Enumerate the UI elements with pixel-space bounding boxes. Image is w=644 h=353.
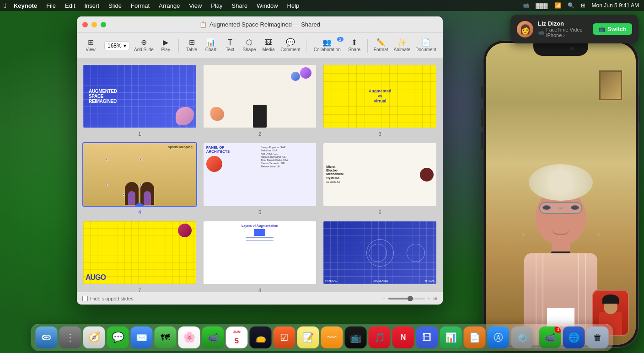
menubar-help[interactable]: Help [284, 1, 303, 10]
slide-1-wrapper[interactable]: AUGMENTEDSPACEREIMAGINED 1 [82, 64, 197, 137]
toolbar-play-button[interactable]: ▶ Play [156, 37, 175, 54]
dock-news[interactable]: N [392, 326, 414, 348]
slide-4-wrapper[interactable]: Spatial Mapping 4 [82, 142, 197, 215]
dock-calendar[interactable]: JUN 5 [226, 326, 248, 348]
menubar-battery-icon[interactable]: ▓▓▓ [534, 2, 549, 9]
dock-finder[interactable] [36, 326, 58, 348]
dock-facetime-active[interactable]: 1 📹 [539, 326, 561, 348]
zoom-in-icon[interactable]: + [428, 296, 430, 301]
toolbar-view-button[interactable]: ⊞ View [81, 37, 100, 54]
toolbar-comment-button[interactable]: 💬 Comment [279, 37, 302, 54]
dock-numbers[interactable]: 📊 [440, 326, 462, 348]
zoom-slider-thumb[interactable] [408, 296, 413, 301]
slide-5-name-6: Yvonne Yamasaki JPN [261, 162, 314, 165]
dock-launchpad[interactable]: ⋮ [59, 326, 81, 348]
slide-6-thumbnail[interactable]: Micro-Electro-MechanicalSystems(or M.E.M… [322, 142, 437, 207]
slide-5-wrapper[interactable]: PANEL OFARCHITECTS Jocelyn Engstrom SWE … [203, 142, 317, 215]
menubar-play[interactable]: Play [207, 1, 226, 10]
dock: ⋮ 🧭 💬 ✉️ 🗺 🌸 📹 JUN 5 👝 ☑ 📝 〰 📺 [31, 324, 613, 351]
dock-wallet[interactable]: 👝 [250, 326, 272, 348]
slide-4-thumbnail[interactable]: Spatial Mapping [82, 142, 197, 207]
window-minimize-button[interactable] [91, 22, 97, 27]
slide-2-thumbnail[interactable] [203, 64, 317, 128]
slide-9-thumbnail[interactable]: PHYSICAL AUGMENTED VIRTUAL [322, 220, 437, 285]
slide-6-wrapper[interactable]: Micro-Electro-MechanicalSystems(or M.E.M… [322, 142, 437, 215]
menubar-format[interactable]: Format [127, 1, 153, 10]
menubar-insert[interactable]: Insert [81, 1, 103, 10]
dock-music[interactable]: 🎵 [369, 326, 391, 348]
dock-safari[interactable]: 🧭 [83, 326, 105, 348]
dock-appstore[interactable]: Ⓐ [488, 326, 510, 348]
menubar-window[interactable]: Window [253, 1, 281, 10]
hide-skipped-checkbox[interactable] [82, 296, 88, 301]
apple-menu[interactable]:  [4, 1, 6, 10]
slide-7-wrapper[interactable]: AUGO 7 [82, 220, 197, 292]
slide-2-blob3 [210, 107, 224, 121]
slide-9-wrapper[interactable]: PHYSICAL AUGMENTED VIRTUAL [322, 220, 437, 292]
menubar-edit[interactable]: Edit [61, 1, 79, 10]
toolbar-share-button[interactable]: ⬆ Share [345, 37, 364, 54]
slide-3-wrapper[interactable]: AugmentedVSVirtual 3 [322, 64, 437, 137]
dock-systemprefs[interactable]: ⚙️ [511, 326, 533, 348]
slide-8-lines [246, 237, 274, 241]
zoom-slider[interactable] [388, 298, 425, 300]
iphone-volume-up-button[interactable] [481, 109, 483, 127]
toolbar-addslide-button[interactable]: ⊕ Add Slide [132, 37, 156, 54]
toolbar-document-button[interactable]: 📄 Document [413, 37, 438, 54]
toolbar-collaboration-button[interactable]: 2 👥 Collaboration [310, 37, 344, 54]
dock-pages[interactable]: 📄 [464, 326, 486, 348]
iphone-mute-button[interactable] [481, 86, 483, 99]
dock-mail[interactable]: ✉️ [131, 326, 153, 348]
toolbar-table-button[interactable]: ⊞ Table [182, 37, 201, 54]
toolbar-media-button[interactable]: 🖼 Media [259, 37, 278, 54]
slide-2-blob1 [300, 67, 311, 79]
menubar-wifi-icon[interactable]: 📶 [553, 2, 563, 9]
menubar-file[interactable]: File [43, 1, 59, 10]
window-maximize-button[interactable] [101, 22, 106, 27]
toolbar-chart-button[interactable]: 📊 Chart [202, 37, 220, 54]
toolbar-format-button[interactable]: ✏️ Format [371, 37, 391, 54]
menubar-slide[interactable]: Slide [105, 1, 125, 10]
dock-messages[interactable]: 💬 [107, 326, 129, 348]
slide-5-thumbnail[interactable]: PANEL OFARCHITECTS Jocelyn Engstrom SWE … [203, 142, 317, 207]
slide-8-thumbnail[interactable]: Layers of Augmentation [203, 220, 317, 285]
facetime-notification: 👩 Liz Dizon 📹 FaceTime Video · iPhone › … [510, 15, 639, 43]
menubar-share[interactable]: Share [228, 1, 252, 10]
play-icon: ▶ [163, 39, 168, 46]
picture-frame-art [601, 72, 621, 99]
menubar-controlcenter-icon[interactable]: ⊞ [580, 2, 587, 9]
dock-reminders[interactable]: ☑ [274, 326, 295, 348]
slide-3-thumbnail[interactable]: AugmentedVSVirtual [322, 64, 437, 128]
fit-icon[interactable]: ⊞ [433, 295, 437, 301]
menubar-view[interactable]: View [185, 1, 205, 10]
dock-tv[interactable]: 📺 [345, 326, 367, 348]
iphone-volume-down-button[interactable] [481, 132, 483, 150]
dock-trash[interactable]: 🗑 [587, 326, 609, 348]
dock-maps[interactable]: 🗺 [155, 326, 177, 348]
menubar-search-icon[interactable]: 🔍 [566, 2, 576, 9]
facetime-info: Liz Dizon 📹 FaceTime Video · iPhone › [538, 20, 588, 38]
dock-notes[interactable]: 📝 [297, 326, 319, 348]
dock-photos[interactable]: 🌸 [178, 326, 200, 348]
media-icon: 🖼 [265, 39, 272, 46]
toolbar-animate-button[interactable]: ✨ Animate [392, 37, 413, 54]
slide-8-wrapper[interactable]: Layers of Augmentation 8 [203, 220, 317, 292]
menubar-app-name[interactable]: Keynote [10, 1, 41, 10]
dock-worldclock[interactable]: 🌐 [563, 326, 585, 348]
menubar-arrange[interactable]: Arrange [155, 1, 183, 10]
toolbar-shape-button[interactable]: ⬡ Shape [240, 37, 258, 54]
dock-freeform[interactable]: 〰 [321, 326, 343, 348]
menubar-camera-icon[interactable]: 📹 [521, 2, 531, 9]
facetime-switch-button[interactable]: 📺 Switch [593, 23, 632, 35]
toolbar-text-button[interactable]: T Text [221, 37, 239, 54]
slide-2-wrapper[interactable]: 2 [203, 64, 317, 137]
zoom-out-icon[interactable]: − [382, 296, 385, 301]
dock-keynote[interactable]: 🎞 [416, 326, 438, 348]
slide-7-thumbnail[interactable]: AUGO [82, 220, 197, 285]
slide-1-thumbnail[interactable]: AUGMENTEDSPACEREIMAGINED [82, 64, 197, 128]
window-close-button[interactable] [82, 22, 88, 27]
dock-facetime[interactable]: 📹 [202, 326, 224, 348]
iphone-power-button[interactable] [639, 95, 640, 123]
hide-skipped-checkbox-area[interactable]: Hide skipped slides [82, 296, 134, 301]
toolbar-zoom-control[interactable]: 168% ▾ [104, 41, 129, 50]
